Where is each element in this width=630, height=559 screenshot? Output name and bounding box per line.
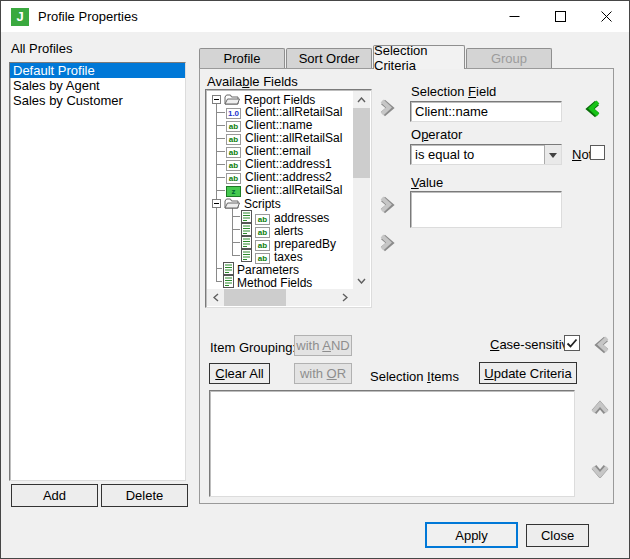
move-field-right-button[interactable] [377,99,395,117]
apply-button[interactable]: Apply [425,522,518,548]
tree-vertical-scrollbar[interactable] [353,91,370,289]
folder-icon [224,93,240,105]
tree-row[interactable]: Parameters [207,262,353,275]
selection-field-label: Selection Field [411,84,496,99]
scrollbar-corner [353,289,370,306]
maximize-button[interactable] [537,1,583,32]
chevron-right-icon [377,99,395,117]
tree-content: Report Fields Client::allRetailSal Clien… [207,91,353,289]
move-item-up-button[interactable] [591,400,609,418]
close-icon [601,11,612,22]
case-sensitive-checkbox[interactable] [564,335,580,351]
chevron-left-icon [585,100,603,118]
case-sensitive-label: Case-sensitive [490,337,575,352]
chevron-down-icon [357,278,366,284]
chevron-up-icon [591,400,609,415]
doc-icon [223,275,234,288]
script-icon [241,249,252,262]
minimize-button[interactable] [491,1,537,32]
selection-criteria-panel: Available Fields [199,68,614,504]
maximize-icon [555,11,566,22]
scroll-left-button[interactable] [207,289,224,306]
move-item-down-button[interactable] [591,463,609,481]
available-fields-label: Available Fields [207,74,298,89]
chevron-up-icon [357,97,366,103]
all-profiles-label: All Profiles [11,41,72,56]
tab-profile[interactable]: Profile [199,48,285,68]
chevron-down-icon [591,463,609,478]
checkmark-icon [566,338,578,349]
tab-sort-order[interactable]: Sort Order [286,48,372,68]
operator-dropdown-button[interactable] [544,145,561,164]
add-profile-button[interactable]: Add [11,484,98,507]
profile-list-item[interactable]: Sales by Customer [10,93,185,108]
with-or-button[interactable]: with OR [294,363,352,384]
with-and-button[interactable]: with AND [294,335,352,356]
available-fields-tree[interactable]: Report Fields Client::allRetailSal Clien… [205,89,372,308]
text-field-icon [226,173,241,184]
chevron-left-icon [213,293,219,302]
tab-group[interactable]: Group [466,48,552,68]
profile-list-item[interactable]: Default Profile [10,63,185,78]
scroll-right-button[interactable] [336,289,353,306]
tree-row[interactable]: taxes [207,249,353,262]
move-field-left-button[interactable] [585,100,603,118]
value-textarea[interactable] [410,191,562,228]
script-icon [241,223,252,236]
operator-select[interactable]: is equal to [410,144,562,165]
chevron-right-icon [377,234,395,252]
close-window-button[interactable] [583,1,629,32]
scroll-up-button[interactable] [353,91,370,108]
profile-properties-dialog: J Profile Properties All Profiles Defaul… [0,0,630,559]
delete-profile-button[interactable]: Delete [101,484,188,507]
text-field-icon [226,121,241,132]
tab-selection-criteria[interactable]: Selection Criteria [373,45,465,69]
clear-all-button[interactable]: Clear All [209,363,270,384]
tree-horizontal-scrollbar[interactable] [207,289,353,306]
tree-row[interactable]: Method Fields [207,275,353,288]
chevron-left-icon [594,336,612,354]
collapse-toggle-icon[interactable] [212,95,221,104]
collapse-toggle-icon[interactable] [212,199,221,208]
move-item-left-button[interactable] [594,336,612,354]
script-icon [241,236,252,249]
text-field-icon [226,147,241,158]
script-icon [241,210,252,223]
number-field-icon [226,108,241,119]
operator-label: Operator [411,127,462,142]
window-title: Profile Properties [38,9,138,24]
not-checkbox[interactable] [590,145,605,160]
value-label: Value [411,175,443,190]
operator-selected-value: is equal to [415,147,474,162]
tree-row[interactable]: Scripts [207,197,353,210]
scroll-down-button[interactable] [353,272,370,289]
app-icon: J [11,8,29,26]
scroll-thumb[interactable] [353,108,370,178]
move-criteria-right-button[interactable] [377,234,395,252]
selection-items-listbox[interactable] [209,390,575,497]
item-grouping-label: Item Grouping: [210,340,296,355]
doc-icon [223,262,234,275]
folder-icon [224,197,240,209]
minimize-icon [509,11,520,22]
scroll-thumb[interactable] [224,289,286,306]
summary-field-icon [226,186,241,197]
profiles-listbox[interactable]: Default Profile Sales by Agent Sales by … [9,62,186,481]
text-field-icon [226,134,241,145]
move-value-right-button[interactable] [377,196,395,214]
chevron-right-icon [377,196,395,214]
dropdown-arrow-icon [549,153,557,162]
tree-row[interactable]: alerts [207,223,353,236]
tree-row[interactable]: addresses [207,210,353,223]
text-field-icon [226,160,241,171]
tree-row[interactable]: Client::allRetailSal [207,184,353,197]
title-bar: J Profile Properties [1,1,629,32]
selection-field-input[interactable] [410,101,562,122]
close-button[interactable]: Close [526,524,589,547]
chevron-right-icon [342,293,348,302]
profile-list-item[interactable]: Sales by Agent [10,78,185,93]
selection-items-label: Selection Items [370,369,459,384]
update-criteria-button[interactable]: Update Criteria [479,362,577,384]
tree-row[interactable]: preparedBy [207,236,353,249]
